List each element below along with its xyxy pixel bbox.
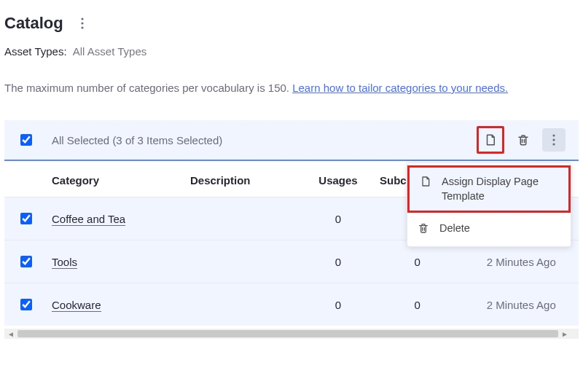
kebab-icon [552,134,555,146]
filter-value: All Asset Types [73,45,146,58]
selection-count: All Selected (3 of 3 Items Selected) [52,134,222,146]
horizontal-scrollbar[interactable]: ◄ ► [4,329,579,339]
more-actions-button[interactable] [542,128,566,152]
page-title: Catalog [4,14,63,33]
page-header: Catalog [4,12,579,35]
asset-type-filter[interactable]: Asset Types: All Asset Types [4,45,579,58]
cell-description [181,240,305,283]
cell-usages: 0 [305,283,371,326]
dropdown-item-label: Assign Display Page Template [442,175,558,203]
row-checkbox[interactable] [20,299,32,310]
delete-button[interactable] [512,128,535,152]
cell-usages: 0 [305,240,371,283]
scroll-left-icon: ◄ [7,330,15,338]
category-link[interactable]: Coffee and Tea [52,213,125,226]
cell-description [181,197,305,240]
page-icon [420,175,433,187]
select-all-checkbox[interactable] [20,134,32,146]
trash-icon [517,133,530,146]
highlight-box-page-icon [477,126,504,154]
cell-modified: 2 Minutes Ago [463,283,579,326]
info-message: The maximum number of categories per voc… [4,79,579,97]
svg-point-1 [81,22,83,24]
selection-bar: All Selected (3 of 3 Items Selected) Ass… [4,120,579,161]
info-text: The maximum number of categories per voc… [4,82,292,94]
actions-dropdown: Assign Display Page Template Delete [407,162,571,247]
scroll-right-icon: ► [561,330,568,338]
svg-point-0 [81,17,83,20]
svg-point-5 [552,143,555,145]
table-row: Cookware 0 0 2 Minutes Ago [4,283,579,326]
page-menu-button[interactable] [71,12,94,35]
cell-description [181,283,305,326]
row-checkbox[interactable] [20,213,32,224]
svg-point-4 [552,138,555,141]
filter-label: Asset Types: [4,45,67,58]
info-link[interactable]: Learn how to tailor categories to your n… [292,82,508,94]
cell-usages: 0 [305,197,371,240]
dropdown-item-label: Delete [439,222,470,236]
col-usages: Usages [305,161,371,197]
svg-point-3 [552,134,555,136]
category-link[interactable]: Cookware [52,299,101,312]
row-checkbox[interactable] [20,256,32,267]
col-category: Category [43,161,181,197]
category-link[interactable]: Tools [52,256,77,269]
kebab-icon [81,17,84,29]
scroll-thumb[interactable] [17,330,558,337]
svg-point-2 [81,26,83,28]
dropdown-item-assign-template[interactable]: Assign Display Page Template [407,165,571,213]
assign-page-button[interactable] [480,130,501,150]
col-description: Description [181,161,305,197]
trash-icon [418,222,431,234]
col-select [4,161,43,197]
page-icon [484,133,497,146]
cell-subcategories: 0 [371,283,463,326]
dropdown-item-delete[interactable]: Delete [407,214,571,243]
selection-actions [477,126,566,154]
